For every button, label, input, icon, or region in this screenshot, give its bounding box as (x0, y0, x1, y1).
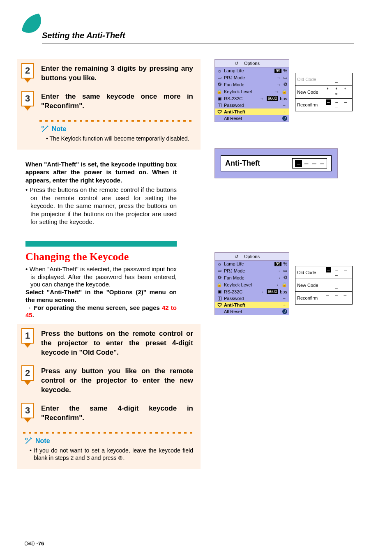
menu-value: 99 (274, 262, 281, 266)
menu-item-keylock[interactable]: 🔒 Keylock Level →🔓 (215, 281, 289, 288)
step-text: Press any button you like on the remote … (41, 367, 193, 395)
arrow-icon: → (260, 289, 264, 294)
reset-icon: ↺ (282, 116, 287, 121)
page-footer: GB -76 (25, 540, 44, 547)
menu-label: RS-232C (224, 96, 258, 101)
title-rule (42, 43, 354, 44)
unlock-icon: 🔓 (281, 89, 287, 94)
page-title: Setting the Anti-Theft (42, 31, 392, 40)
menu-item-fan[interactable]: ❂ Fan Mode →❂ (215, 81, 289, 88)
row-label: Old Code (295, 266, 322, 279)
body-bold: When "Anti-Theft" is set, the keycode in… (25, 160, 177, 185)
value-rest: – – – (304, 159, 324, 167)
anti-theft-label: Anti-Theft (225, 159, 284, 168)
note-label: Note (52, 125, 67, 133)
arrow-icon: → (274, 282, 279, 287)
arrow-icon: → (260, 96, 264, 101)
menu-value: 9600 (267, 289, 278, 294)
row-value: – – – – (322, 279, 353, 292)
menu-item-reset[interactable]: All Reset ↺ (215, 115, 289, 122)
menu-label: Lamp Life (224, 68, 273, 73)
menu-item-anti-theft[interactable]: 🛡 Anti-Theft → (215, 302, 289, 308)
menu-item-lamp[interactable]: ☼ Lamp Life 99 % (215, 261, 289, 267)
anti-theft-code-field[interactable]: – – – – (292, 158, 327, 169)
row-label: New Code (295, 279, 322, 292)
note-icon (41, 125, 49, 133)
corner-decoration (16, 8, 41, 33)
table-row: Old Code– – – – (295, 266, 353, 279)
anti-theft-dialog: Anti-Theft – – – – (214, 148, 338, 178)
arrow-icon: → (282, 302, 286, 307)
step-badge-3: 3 (21, 403, 34, 418)
menu-item-anti-theft[interactable]: 🛡 Anti-Theft → (215, 108, 289, 115)
menu-item-lamp[interactable]: ☼ Lamp Life 99 % (215, 67, 289, 74)
step-text: Press the buttons on the remote control … (41, 329, 193, 358)
intro-bullet: When "Anti-Theft" is selected, the passw… (25, 265, 177, 289)
cursor: – (326, 267, 331, 272)
row-value: – – – – (322, 99, 353, 111)
port-icon: ▣ (217, 289, 222, 294)
lock-icon: 🔒 (217, 282, 222, 287)
menu-item-keylock[interactable]: 🔒 Keylock Level →🔓 (215, 88, 289, 95)
code-entry-table: Old Code– – – – New Code* * * * Reconfir… (295, 73, 353, 111)
menu-item-prj[interactable]: ▭ PRJ Mode →▭ (215, 74, 289, 81)
step-text: Enter the same 4-digit keycode in "Recon… (41, 404, 193, 423)
divider-dots (38, 120, 193, 122)
table-row: New Code– – – – (295, 279, 353, 292)
lock-icon: 🔒 (217, 89, 222, 94)
menu-value: 9600 (267, 96, 278, 101)
menu-label: Fan Mode (224, 275, 275, 280)
gb-badge: GB (25, 541, 35, 546)
arrow-icon: → (282, 109, 286, 114)
page-number: -76 (36, 540, 44, 547)
menu-label: All Reset (224, 309, 281, 314)
menu-label: Password (224, 296, 280, 301)
menu-header: Options (215, 253, 289, 261)
row-value: – – – – (322, 292, 353, 305)
intro-arrow-line: For operating the menu screen, see pages… (25, 304, 177, 320)
row-label: Reconfirm (295, 292, 322, 305)
row-value: – – – – (322, 73, 353, 86)
value-rest: – – – (331, 267, 349, 278)
menu-item-password[interactable]: ⚿ Password → (215, 295, 289, 302)
menu-label: Fan Mode (224, 82, 275, 87)
code-entry-table: Old Code– – – – New Code– – – – Reconfir… (295, 266, 353, 305)
menu-label: Keylock Level (224, 282, 273, 287)
intro-bold: Select "Anti-Theft" in the "Options (2)"… (25, 289, 177, 304)
lamp-icon: ☼ (217, 261, 222, 266)
arrow-icon: → (276, 75, 281, 80)
step-badge-2: 2 (21, 365, 34, 381)
menu-label: Anti-Theft (224, 302, 280, 307)
projector-icon: ▭ (217, 268, 222, 273)
menu-item-reset[interactable]: All Reset ↺ (215, 308, 289, 315)
port-icon: ▣ (217, 96, 222, 101)
menu-item-fan[interactable]: ❂ Fan Mode →❂ (215, 274, 289, 281)
step-badge-1: 1 (21, 328, 34, 344)
cursor: – (326, 99, 331, 105)
step-badge-2: 2 (21, 63, 34, 78)
unlock-icon: 🔓 (281, 282, 287, 287)
menu-item-rs232[interactable]: ▣ RS-232C → 9600 bps (215, 288, 289, 295)
options-menu: Options ☼ Lamp Life 99 % ▭ PRJ Mode →▭ ❂… (214, 59, 289, 122)
row-value: * * * * (322, 86, 353, 99)
unit: % (283, 261, 287, 266)
fan-icon: ❂ (217, 82, 222, 87)
screen-icon: ▭ (283, 268, 287, 273)
period: . (32, 312, 34, 319)
fan2-icon: ❂ (284, 275, 287, 280)
unit: bps (280, 96, 287, 101)
section-bar (25, 241, 177, 247)
cursor: – (295, 160, 302, 167)
reset-icon: ↺ (282, 309, 287, 314)
menu-label: Keylock Level (224, 89, 273, 94)
row-value: – – – – (322, 266, 353, 279)
menu-item-password[interactable]: ⚿ Password → (215, 102, 289, 108)
svg-point-1 (25, 438, 28, 440)
divider-dots (21, 432, 193, 434)
step-badge-3: 3 (21, 91, 34, 106)
menu-item-prj[interactable]: ▭ PRJ Mode →▭ (215, 267, 289, 274)
shield-icon: 🛡 (217, 302, 222, 307)
projector-icon: ▭ (217, 75, 222, 80)
menu-item-rs232[interactable]: ▣ RS-232C → 9600 bps (215, 95, 289, 102)
arrow-icon: → (276, 268, 281, 273)
